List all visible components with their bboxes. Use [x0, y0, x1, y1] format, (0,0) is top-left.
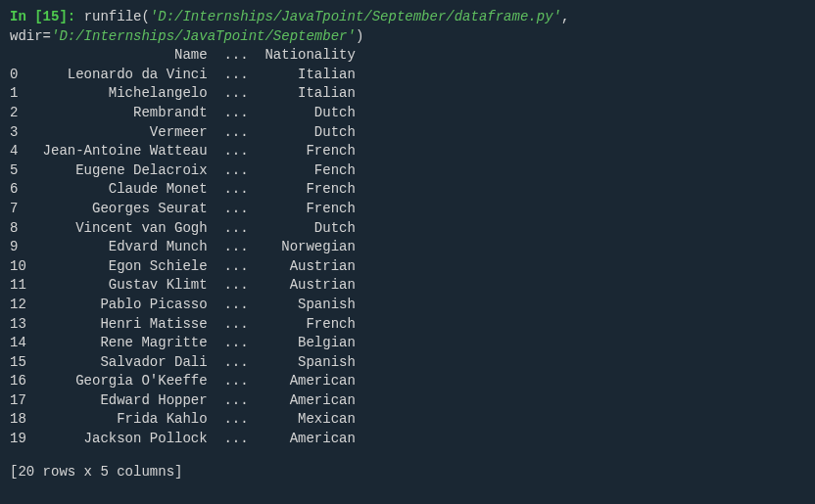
console-input-line: In [15]: runfile('D:/Internships/JavaTpo…	[10, 8, 805, 46]
table-row: 13 Henri Matisse ... French	[10, 315, 805, 335]
dataframe-header: Name ... Nationality	[10, 46, 805, 66]
arg2-string: 'D:/Internships/JavaTpoint/September'	[51, 28, 356, 44]
dataframe-summary: [20 rows x 5 columns]	[10, 463, 805, 482]
table-row: 10 Egon Schiele ... Austrian	[10, 257, 805, 277]
dataframe-rows: 0 Leonardo da Vinci ... Italian 1 Michel…	[10, 66, 805, 449]
table-row: 7 Georges Seurat ... French	[10, 200, 805, 219]
table-row: 4 Jean-Antoine Watteau ... French	[10, 142, 805, 161]
prompt-close: ]:	[59, 9, 83, 24]
table-row: 14 Rene Magritte ... Belgian	[10, 334, 805, 353]
arg1-string: 'D:/Internships/JavaTpoint/September/dat…	[150, 9, 561, 24]
table-row: 8 Vincent van Gogh ... Dutch	[10, 219, 805, 239]
table-row: 2 Rembrandt ... Dutch	[10, 104, 805, 123]
table-row: 11 Gustav Klimt ... Austrian	[10, 276, 805, 296]
table-row: 17 Edward Hopper ... American	[10, 391, 805, 411]
arg-separator: ,	[561, 9, 578, 24]
table-row: 9 Edvard Munch ... Norwegian	[10, 238, 805, 257]
prompt-number: 15	[43, 9, 60, 24]
table-row: 19 Jackson Pollock ... American	[10, 430, 805, 449]
open-paren: (	[141, 9, 149, 24]
equals-sign: =	[43, 28, 51, 44]
kwarg-name: wdir	[10, 28, 43, 44]
table-row: 3 Vermeer ... Dutch	[10, 123, 805, 143]
table-row: 6 Claude Monet ... French	[10, 180, 805, 200]
table-row: 16 Georgia O'Keeffe ... American	[10, 372, 805, 391]
table-row: 15 Salvador Dali ... Spanish	[10, 353, 805, 373]
close-paren: )	[356, 28, 363, 44]
table-row: 12 Pablo Picasso ... Spanish	[10, 296, 805, 315]
table-row: 5 Eugene Delacroix ... Fench	[10, 161, 805, 181]
function-name: runfile	[84, 9, 142, 24]
table-row: 0 Leonardo da Vinci ... Italian	[10, 66, 805, 85]
table-row: 1 Michelangelo ... Italian	[10, 84, 805, 104]
table-row: 18 Frida Kahlo ... Mexican	[10, 410, 805, 430]
prompt-in-label: In [	[10, 9, 43, 24]
